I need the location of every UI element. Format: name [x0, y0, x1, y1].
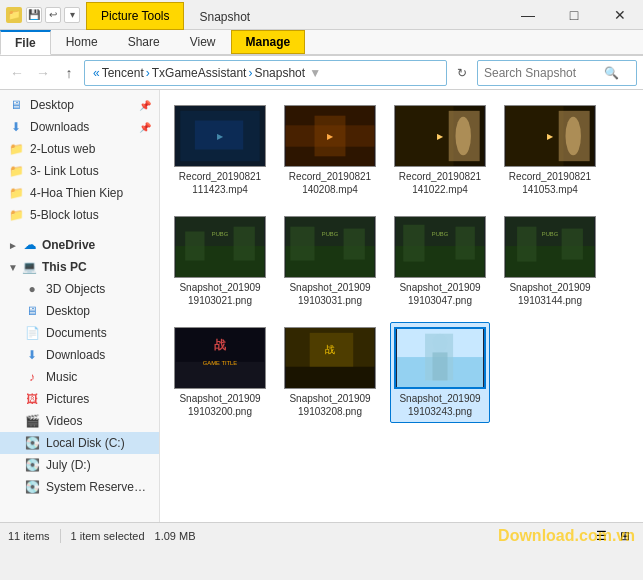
path-tencent[interactable]: Tencent [102, 66, 144, 80]
search-box[interactable]: 🔍 [477, 60, 637, 86]
desktop-icon: 🖥 [8, 97, 24, 113]
forward-button[interactable]: → [32, 62, 54, 84]
file-name-7: Snapshot_20190919103047.png [399, 281, 480, 307]
undo-quick-btn[interactable]: ↩ [45, 7, 61, 23]
tab-manage[interactable]: Manage [231, 30, 306, 54]
sidebar-label-music: Music [46, 370, 77, 384]
file-name-3: Record_20190821141022.mp4 [399, 170, 481, 196]
sidebar-label-lotus-web: 2-Lotus web [30, 142, 95, 156]
file-item-6[interactable]: PUBG Snapshot_20190919103031.png [280, 211, 380, 312]
file-item-9[interactable]: 战 GAME TITLE Snapshot_20190919103200.png [170, 322, 270, 423]
file-item-11[interactable]: Snapshot_20190919103243.png [390, 322, 490, 423]
sidebar-this-pc[interactable]: ▼ 💻 This PC [0, 256, 159, 278]
file-thumb-9: 战 GAME TITLE [174, 327, 266, 389]
file-name-1: Record_20190821111423.mp4 [179, 170, 261, 196]
title-bar: 📁 💾 ↩ ▾ Picture Tools Snapshot — □ ✕ [0, 0, 643, 30]
tab-file[interactable]: File [0, 30, 51, 55]
svg-rect-20 [185, 232, 204, 261]
file-item-1[interactable]: ▶ Record_20190821111423.mp4 [170, 100, 270, 201]
sidebar-label-documents: Documents [46, 326, 107, 340]
maximize-button[interactable]: □ [551, 0, 597, 30]
svg-text:▶: ▶ [547, 132, 554, 141]
file-name-6: Snapshot_20190919103031.png [289, 281, 370, 307]
sidebar-item-system-reserved[interactable]: 💽 System Reserved (E:) [0, 476, 159, 498]
minimize-button[interactable]: — [505, 0, 551, 30]
sidebar-item-pictures[interactable]: 🖼 Pictures [0, 388, 159, 410]
status-item-count: 11 items [8, 530, 50, 542]
sidebar-item-block-lotus[interactable]: 📁 5-Block lotus [0, 204, 159, 226]
sidebar-item-desktop[interactable]: 🖥 Desktop 📌 [0, 94, 159, 116]
file-item-2[interactable]: ▶ Record_20190821140208.mp4 [280, 100, 380, 201]
file-thumb-7: PUBG [394, 216, 486, 278]
folder-icon-4: 📁 [8, 207, 24, 223]
tab-view[interactable]: View [175, 30, 231, 54]
tab-share[interactable]: Share [113, 30, 175, 54]
svg-point-16 [565, 117, 580, 156]
sidebar-item-3d-objects[interactable]: ● 3D Objects [0, 278, 159, 300]
file-item-5[interactable]: PUBG Snapshot_20190919103021.png [170, 211, 270, 312]
sidebar-onedrive[interactable]: ► ☁ OneDrive [0, 234, 159, 256]
sidebar-item-local-disk-c[interactable]: 💽 Local Disk (C:) [0, 432, 159, 454]
svg-rect-21 [234, 227, 255, 261]
file-name-9: Snapshot_20190919103200.png [179, 392, 260, 418]
svg-text:▶: ▶ [327, 132, 334, 141]
sidebar: 🖥 Desktop 📌 ⬇ Downloads 📌 📁 2-Lotus web … [0, 90, 160, 522]
ribbon-tabs: File Home Share View Manage [0, 30, 643, 55]
dropdown-quick-btn[interactable]: ▾ [64, 7, 80, 23]
file-thumb-10: 战 [284, 327, 376, 389]
file-item-8[interactable]: PUBG Snapshot_20190919103144.png [500, 211, 600, 312]
sidebar-item-link-lotus[interactable]: 📁 3- Link Lotus [0, 160, 159, 182]
sidebar-item-music[interactable]: ♪ Music [0, 366, 159, 388]
svg-rect-25 [290, 227, 314, 261]
file-name-11: Snapshot_20190919103243.png [399, 392, 480, 418]
svg-text:PUBG: PUBG [542, 231, 559, 237]
watermark: Download.com.vn [498, 527, 635, 545]
address-path[interactable]: « Tencent › TxGameAssistant › Snapshot ▼ [84, 60, 447, 86]
file-name-8: Snapshot_20190919103144.png [509, 281, 590, 307]
svg-rect-31 [455, 227, 474, 260]
sidebar-item-documents[interactable]: 📄 Documents [0, 322, 159, 344]
path-snapshot[interactable]: Snapshot [254, 66, 305, 80]
sidebar-label-downloads-top: Downloads [30, 120, 89, 134]
address-bar: ← → ↑ « Tencent › TxGameAssistant › Snap… [0, 56, 643, 90]
sidebar-item-downloads-top[interactable]: ⬇ Downloads 📌 [0, 116, 159, 138]
docs-icon: 📄 [24, 325, 40, 341]
up-button[interactable]: ↑ [58, 62, 80, 84]
close-button[interactable]: ✕ [597, 0, 643, 30]
sidebar-label-desktop-pc: Desktop [46, 304, 90, 318]
file-item-3[interactable]: ▶ Record_20190821141022.mp4 [390, 100, 490, 201]
back-button[interactable]: ← [6, 62, 28, 84]
file-name-5: Snapshot_20190919103021.png [179, 281, 260, 307]
3d-icon: ● [24, 281, 40, 297]
desktop-icon-pc: 🖥 [24, 303, 40, 319]
svg-text:▶: ▶ [217, 132, 224, 141]
sidebar-label-pictures: Pictures [46, 392, 89, 406]
sidebar-item-videos[interactable]: 🎬 Videos [0, 410, 159, 432]
file-item-10[interactable]: 战 Snapshot_20190919103208.png [280, 322, 380, 423]
save-quick-btn[interactable]: 💾 [26, 7, 42, 23]
file-item-4[interactable]: ▶ Record_20190821141053.mp4 [500, 100, 600, 201]
sidebar-label-onedrive: OneDrive [42, 238, 95, 252]
sidebar-divider-1 [0, 226, 159, 234]
downloads-icon-pc: ⬇ [24, 347, 40, 363]
tab-home[interactable]: Home [51, 30, 113, 54]
sidebar-label-system-reserved: System Reserved (E:) [46, 480, 151, 494]
refresh-button[interactable]: ↻ [451, 62, 473, 84]
status-selected: 1 item selected [71, 530, 145, 542]
sidebar-item-july-d[interactable]: 💽 July (D:) [0, 454, 159, 476]
sidebar-item-desktop-pc[interactable]: 🖥 Desktop [0, 300, 159, 322]
tab-picture-tools[interactable]: Picture Tools [86, 2, 184, 30]
svg-rect-50 [433, 352, 448, 380]
svg-text:▶: ▶ [437, 132, 444, 141]
sidebar-label-desktop: Desktop [30, 98, 74, 112]
folder-icon-3: 📁 [8, 185, 24, 201]
sidebar-label-block-lotus: 5-Block lotus [30, 208, 99, 222]
path-txgame[interactable]: TxGameAssistant [152, 66, 247, 80]
sidebar-item-lotus-web[interactable]: 📁 2-Lotus web [0, 138, 159, 160]
file-thumb-6: PUBG [284, 216, 376, 278]
sidebar-label-this-pc: This PC [42, 260, 87, 274]
file-item-7[interactable]: PUBG Snapshot_20190919103047.png [390, 211, 490, 312]
sidebar-item-hoa-thien[interactable]: 📁 4-Hoa Thien Kiep [0, 182, 159, 204]
sidebar-item-downloads-pc[interactable]: ⬇ Downloads [0, 344, 159, 366]
search-input[interactable] [484, 66, 604, 80]
